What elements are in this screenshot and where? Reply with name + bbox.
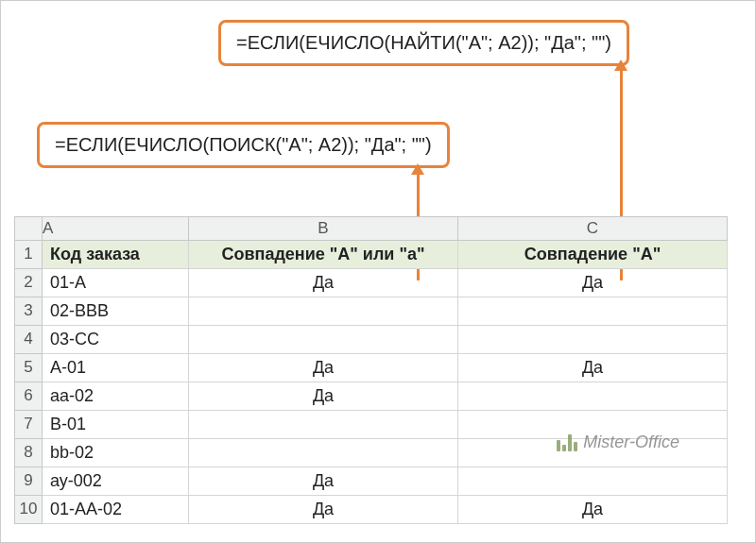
table-row: 6 аа-02 Да [14, 382, 742, 411]
formula-text: =ЕСЛИ(ЕЧИСЛО(НАЙТИ("А"; A2)); "Да"; "") [236, 32, 611, 53]
cell[interactable]: Да [189, 467, 458, 496]
col-header-c[interactable]: C [458, 216, 728, 241]
logo-bars-icon [557, 434, 577, 451]
row-header[interactable]: 5 [14, 354, 43, 382]
table-row: 4 03-CC [14, 326, 742, 354]
logo-text: Mister-Office [583, 433, 679, 452]
cell[interactable]: 01-А [43, 269, 189, 297]
row-header[interactable]: 6 [14, 382, 43, 411]
formula-callout-find: =ЕСЛИ(ЕЧИСЛО(НАЙТИ("А"; A2)); "Да"; "") [218, 20, 629, 66]
cell[interactable] [458, 297, 728, 326]
cell[interactable]: 03-CC [43, 326, 189, 354]
cell[interactable] [189, 297, 458, 326]
cell[interactable]: Да [189, 496, 458, 524]
cell[interactable] [458, 326, 728, 354]
arrowhead-b [411, 163, 424, 175]
header-cell-match-any[interactable]: Совпадение "А" или "а" [189, 241, 458, 269]
row-header[interactable]: 2 [14, 269, 43, 297]
row-header[interactable]: 3 [14, 297, 43, 326]
row-header[interactable]: 8 [14, 439, 43, 467]
cell[interactable]: Да [189, 269, 458, 297]
cell[interactable]: 01-АА-02 [43, 496, 189, 524]
cell[interactable]: Да [458, 354, 728, 382]
row-header[interactable]: 10 [14, 496, 43, 524]
cell[interactable] [189, 326, 458, 354]
col-header-b[interactable]: B [189, 216, 458, 241]
formula-callout-search: =ЕСЛИ(ЕЧИСЛО(ПОИСК("А"; A2)); "Да"; "") [37, 122, 450, 168]
cell[interactable]: bb-02 [43, 439, 189, 467]
cell[interactable] [189, 411, 458, 439]
table-row: 1 Код заказа Совпадение "А" или "а" Совп… [14, 241, 742, 269]
col-header-a[interactable]: A [43, 216, 189, 241]
table-row: 2 01-А Да Да [14, 269, 742, 297]
cell[interactable]: Да [189, 382, 458, 411]
cell[interactable]: Да [458, 496, 728, 524]
watermark-logo: Mister-Office [557, 433, 679, 452]
arrowhead-c [614, 59, 627, 71]
column-headers-row: A B C [14, 216, 742, 241]
cell[interactable]: Да [458, 269, 728, 297]
cell[interactable]: Да [189, 354, 458, 382]
table-row: 9 ау-002 Да [14, 467, 742, 496]
table-row: 3 02-BBB [14, 297, 742, 326]
row-header[interactable]: 7 [14, 411, 43, 439]
cell[interactable]: аа-02 [43, 382, 189, 411]
formula-text: =ЕСЛИ(ЕЧИСЛО(ПОИСК("А"; A2)); "Да"; "") [55, 134, 432, 155]
row-header[interactable]: 1 [14, 241, 43, 269]
row-header[interactable]: 4 [14, 326, 43, 354]
cell[interactable] [189, 439, 458, 467]
cell[interactable]: B-01 [43, 411, 189, 439]
cell[interactable]: 02-BBB [43, 297, 189, 326]
spreadsheet: A B C 1 Код заказа Совпадение "А" или "а… [14, 216, 742, 524]
cell[interactable] [458, 382, 728, 411]
header-cell-match-exact[interactable]: Совпадение "А" [458, 241, 728, 269]
table-row: 10 01-АА-02 Да Да [14, 496, 742, 524]
cell[interactable]: ау-002 [43, 467, 189, 496]
cell[interactable] [458, 467, 728, 496]
table-row: 5 А-01 Да Да [14, 354, 742, 382]
header-cell-code[interactable]: Код заказа [43, 241, 189, 269]
cell[interactable]: А-01 [43, 354, 189, 382]
select-all-corner[interactable] [14, 216, 43, 241]
row-header[interactable]: 9 [14, 467, 43, 496]
